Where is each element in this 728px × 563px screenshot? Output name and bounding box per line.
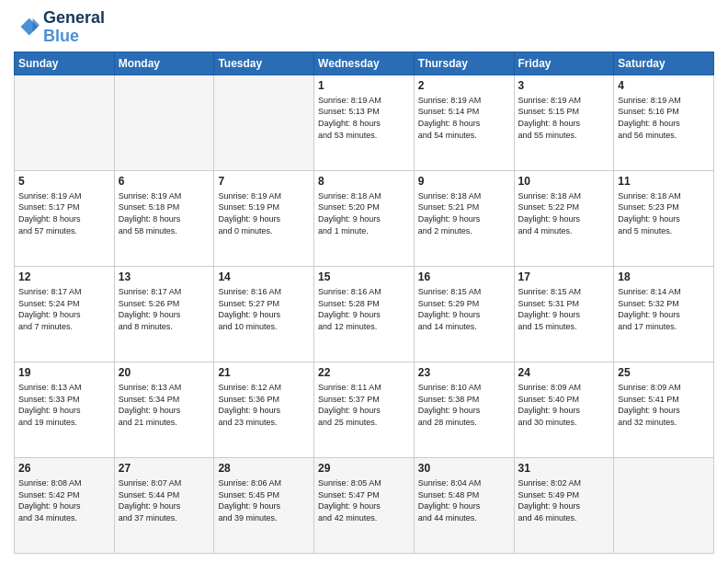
weekday-tuesday: Tuesday — [214, 52, 314, 75]
day-info: Sunrise: 8:02 AM Sunset: 5:49 PM Dayligh… — [518, 477, 610, 523]
weekday-header-row: SundayMondayTuesdayWednesdayThursdayFrid… — [15, 52, 714, 75]
day-number: 12 — [18, 270, 110, 284]
day-info: Sunrise: 8:14 AM Sunset: 5:32 PM Dayligh… — [618, 286, 710, 332]
day-cell: 13Sunrise: 8:17 AM Sunset: 5:26 PM Dayli… — [114, 266, 214, 362]
weekday-thursday: Thursday — [414, 52, 514, 75]
logo: General Blue — [14, 9, 105, 46]
svg-marker-1 — [33, 18, 40, 32]
day-number: 29 — [318, 461, 410, 476]
weekday-sunday: Sunday — [15, 52, 115, 75]
day-cell: 21Sunrise: 8:12 AM Sunset: 5:36 PM Dayli… — [214, 362, 314, 457]
weekday-monday: Monday — [114, 52, 214, 75]
day-cell: 28Sunrise: 8:06 AM Sunset: 5:45 PM Dayli… — [214, 457, 314, 553]
day-number: 30 — [418, 461, 510, 476]
day-info: Sunrise: 8:17 AM Sunset: 5:24 PM Dayligh… — [18, 286, 110, 332]
day-info: Sunrise: 8:10 AM Sunset: 5:38 PM Dayligh… — [418, 382, 510, 428]
day-number: 3 — [518, 78, 610, 93]
day-cell: 7Sunrise: 8:19 AM Sunset: 5:19 PM Daylig… — [214, 170, 314, 266]
day-number: 6 — [119, 174, 210, 189]
day-number: 22 — [318, 365, 410, 380]
day-info: Sunrise: 8:05 AM Sunset: 5:47 PM Dayligh… — [318, 477, 410, 523]
day-cell — [15, 75, 115, 170]
day-cell: 6Sunrise: 8:19 AM Sunset: 5:18 PM Daylig… — [114, 170, 214, 266]
day-cell: 31Sunrise: 8:02 AM Sunset: 5:49 PM Dayli… — [514, 457, 614, 553]
day-cell: 12Sunrise: 8:17 AM Sunset: 5:24 PM Dayli… — [15, 266, 115, 362]
page: General Blue SundayMondayTuesdayWednesda… — [0, 0, 728, 563]
day-number: 7 — [218, 174, 310, 189]
day-cell: 30Sunrise: 8:04 AM Sunset: 5:48 PM Dayli… — [414, 457, 514, 553]
week-row-1: 1Sunrise: 8:19 AM Sunset: 5:13 PM Daylig… — [15, 75, 714, 170]
day-cell: 10Sunrise: 8:18 AM Sunset: 5:22 PM Dayli… — [514, 170, 614, 266]
day-cell: 25Sunrise: 8:09 AM Sunset: 5:41 PM Dayli… — [614, 362, 714, 457]
day-cell: 29Sunrise: 8:05 AM Sunset: 5:47 PM Dayli… — [314, 457, 415, 553]
day-info: Sunrise: 8:16 AM Sunset: 5:27 PM Dayligh… — [218, 286, 310, 332]
day-number: 11 — [618, 174, 710, 189]
header: General Blue — [14, 9, 714, 46]
day-cell: 8Sunrise: 8:18 AM Sunset: 5:20 PM Daylig… — [314, 170, 415, 266]
day-number: 31 — [518, 461, 610, 476]
day-cell: 1Sunrise: 8:19 AM Sunset: 5:13 PM Daylig… — [314, 75, 415, 170]
day-info: Sunrise: 8:11 AM Sunset: 5:37 PM Dayligh… — [318, 382, 410, 428]
day-cell: 22Sunrise: 8:11 AM Sunset: 5:37 PM Dayli… — [314, 362, 415, 457]
day-cell: 24Sunrise: 8:09 AM Sunset: 5:40 PM Dayli… — [514, 362, 614, 457]
day-cell: 23Sunrise: 8:10 AM Sunset: 5:38 PM Dayli… — [414, 362, 514, 457]
day-cell: 17Sunrise: 8:15 AM Sunset: 5:31 PM Dayli… — [514, 266, 614, 362]
day-info: Sunrise: 8:18 AM Sunset: 5:23 PM Dayligh… — [618, 190, 710, 236]
day-info: Sunrise: 8:18 AM Sunset: 5:21 PM Dayligh… — [418, 190, 510, 236]
day-number: 20 — [119, 365, 210, 380]
day-info: Sunrise: 8:19 AM Sunset: 5:19 PM Dayligh… — [218, 190, 310, 236]
day-number: 2 — [418, 78, 510, 93]
day-info: Sunrise: 8:19 AM Sunset: 5:16 PM Dayligh… — [618, 95, 710, 141]
calendar-table: SundayMondayTuesdayWednesdayThursdayFrid… — [14, 52, 714, 554]
day-number: 10 — [518, 174, 610, 189]
day-number: 28 — [218, 461, 310, 476]
day-number: 1 — [318, 78, 410, 93]
day-number: 25 — [618, 365, 710, 380]
day-cell: 20Sunrise: 8:13 AM Sunset: 5:34 PM Dayli… — [114, 362, 214, 457]
week-row-5: 26Sunrise: 8:08 AM Sunset: 5:42 PM Dayli… — [15, 457, 714, 553]
day-info: Sunrise: 8:09 AM Sunset: 5:40 PM Dayligh… — [518, 382, 610, 428]
day-cell: 16Sunrise: 8:15 AM Sunset: 5:29 PM Dayli… — [414, 266, 514, 362]
day-number: 9 — [418, 174, 510, 189]
day-number: 24 — [518, 365, 610, 380]
week-row-3: 12Sunrise: 8:17 AM Sunset: 5:24 PM Dayli… — [15, 266, 714, 362]
day-info: Sunrise: 8:07 AM Sunset: 5:44 PM Dayligh… — [119, 477, 210, 523]
day-number: 13 — [119, 270, 210, 284]
day-cell: 4Sunrise: 8:19 AM Sunset: 5:16 PM Daylig… — [614, 75, 714, 170]
day-number: 8 — [318, 174, 410, 189]
day-info: Sunrise: 8:13 AM Sunset: 5:33 PM Dayligh… — [18, 382, 110, 428]
day-info: Sunrise: 8:18 AM Sunset: 5:22 PM Dayligh… — [518, 190, 610, 236]
day-cell: 14Sunrise: 8:16 AM Sunset: 5:27 PM Dayli… — [214, 266, 314, 362]
day-number: 26 — [18, 461, 110, 476]
day-number: 19 — [18, 365, 110, 380]
day-info: Sunrise: 8:13 AM Sunset: 5:34 PM Dayligh… — [119, 382, 210, 428]
day-info: Sunrise: 8:19 AM Sunset: 5:15 PM Dayligh… — [518, 95, 610, 141]
week-row-2: 5Sunrise: 8:19 AM Sunset: 5:17 PM Daylig… — [15, 170, 714, 266]
day-number: 4 — [618, 78, 710, 93]
week-row-4: 19Sunrise: 8:13 AM Sunset: 5:33 PM Dayli… — [15, 362, 714, 457]
day-cell: 19Sunrise: 8:13 AM Sunset: 5:33 PM Dayli… — [15, 362, 115, 457]
day-cell: 26Sunrise: 8:08 AM Sunset: 5:42 PM Dayli… — [15, 457, 115, 553]
day-number: 17 — [518, 270, 610, 284]
day-cell — [114, 75, 214, 170]
day-info: Sunrise: 8:15 AM Sunset: 5:31 PM Dayligh… — [518, 286, 610, 332]
day-info: Sunrise: 8:08 AM Sunset: 5:42 PM Dayligh… — [18, 477, 110, 523]
day-number: 21 — [218, 365, 310, 380]
day-info: Sunrise: 8:06 AM Sunset: 5:45 PM Dayligh… — [218, 477, 310, 523]
day-info: Sunrise: 8:04 AM Sunset: 5:48 PM Dayligh… — [418, 477, 510, 523]
day-info: Sunrise: 8:19 AM Sunset: 5:17 PM Dayligh… — [18, 190, 110, 236]
day-info: Sunrise: 8:12 AM Sunset: 5:36 PM Dayligh… — [218, 382, 310, 428]
day-number: 23 — [418, 365, 510, 380]
day-info: Sunrise: 8:15 AM Sunset: 5:29 PM Dayligh… — [418, 286, 510, 332]
day-cell: 5Sunrise: 8:19 AM Sunset: 5:17 PM Daylig… — [15, 170, 115, 266]
weekday-friday: Friday — [514, 52, 614, 75]
day-info: Sunrise: 8:17 AM Sunset: 5:26 PM Dayligh… — [119, 286, 210, 332]
day-info: Sunrise: 8:19 AM Sunset: 5:14 PM Dayligh… — [418, 95, 510, 141]
day-cell: 3Sunrise: 8:19 AM Sunset: 5:15 PM Daylig… — [514, 75, 614, 170]
day-info: Sunrise: 8:19 AM Sunset: 5:18 PM Dayligh… — [119, 190, 210, 236]
day-info: Sunrise: 8:09 AM Sunset: 5:41 PM Dayligh… — [618, 382, 710, 428]
day-cell: 9Sunrise: 8:18 AM Sunset: 5:21 PM Daylig… — [414, 170, 514, 266]
logo-text: General Blue — [43, 9, 105, 46]
day-cell — [614, 457, 714, 553]
day-number: 15 — [318, 270, 410, 284]
